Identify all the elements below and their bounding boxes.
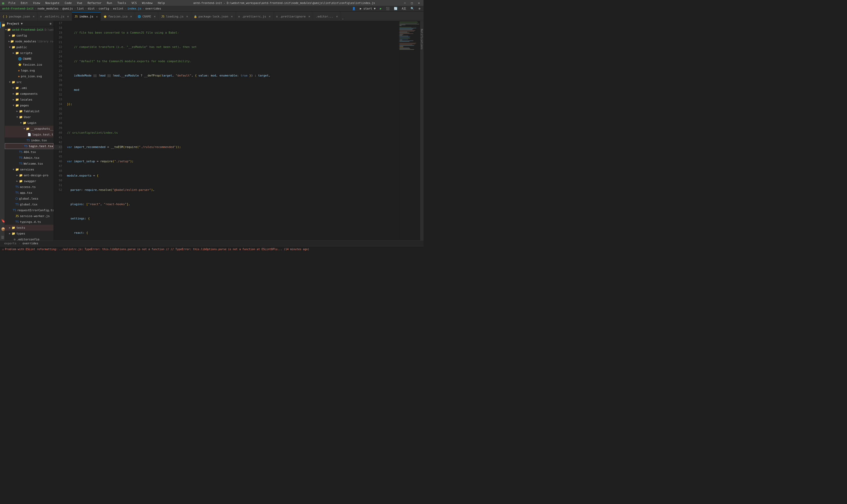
tree-login-test-tsx[interactable]: TS login.test.tsx [5, 143, 53, 149]
breadcrumb-dist[interactable]: dist [88, 7, 95, 10]
tree-editorconfig[interactable]: ⚙ .editorconfig [5, 236, 53, 240]
menu-run[interactable]: Run [106, 1, 113, 5]
breadcrumb-umijs[interactable]: @umijs [62, 7, 73, 10]
tree-cname[interactable]: 🌐 CNAME [5, 56, 53, 62]
tab-eslintrc-js[interactable]: ⚙ .eslintrc.js ✕ [38, 12, 72, 21]
tree-src[interactable]: ▼ 📁 src [5, 79, 53, 85]
menu-view[interactable]: View [32, 1, 41, 5]
menu-refactor[interactable]: Refactor [87, 1, 103, 5]
tree-ant-design-pro[interactable]: ▶ 📁 ant-design-pro [5, 172, 53, 178]
tab-close-cname[interactable]: ✕ [154, 15, 156, 18]
tab-scroll-right[interactable]: › [341, 17, 345, 21]
menu-vue[interactable]: Vue [76, 1, 84, 5]
menu-tools[interactable]: Tools [116, 1, 127, 5]
tree-options-icon[interactable]: ⚙ [50, 22, 51, 25]
tree-admin[interactable]: TS Admin.tsx [5, 155, 53, 161]
menu-code[interactable]: Code [64, 1, 73, 5]
settings-icon[interactable]: ⚙ [417, 6, 421, 11]
tab-loading-js[interactable]: JS loading.js ✕ [159, 12, 191, 21]
breadcrumb-root[interactable]: antd-frontend-init [2, 7, 34, 10]
tab-close-editor[interactable]: ✕ [336, 15, 338, 18]
tree-tests[interactable]: ▶ 📁 tests [5, 225, 53, 231]
tree-service-worker[interactable]: JS service-worker.js [5, 213, 53, 219]
tab-index-js[interactable]: JS index.js ✕ [72, 12, 101, 21]
tab-prettierignore[interactable]: ⚙ .prettierignore ✕ [274, 12, 313, 21]
tab-close-prettierrc[interactable]: ✕ [269, 15, 271, 18]
tree-global-tsx[interactable]: TS global.tsx [5, 201, 53, 207]
code-lines[interactable]: // file has been converted to a CommonJS… [65, 21, 399, 240]
tab-favicon[interactable]: ⭐ favicon.ico ✕ [101, 12, 135, 21]
menu-help[interactable]: Help [157, 1, 166, 5]
tab-package-lock[interactable]: 🔒 package-lock.json ✕ [191, 12, 236, 21]
menu-edit[interactable]: Edit [20, 1, 29, 5]
tab-close-favicon[interactable]: ✕ [130, 15, 132, 18]
tree-node-modules[interactable]: ▶ 📁 node_modules library root [5, 38, 53, 44]
breadcrumb-lint[interactable]: lint [77, 7, 84, 10]
maximize-button[interactable]: □ [410, 1, 415, 5]
menu-window[interactable]: Window [141, 1, 154, 5]
menu-vcs[interactable]: VCS [130, 1, 138, 5]
notifications-label[interactable]: Notifications [420, 29, 423, 50]
activity-files[interactable]: 📁 [0, 22, 5, 28]
run-button[interactable]: ▶ [379, 6, 383, 11]
tab-close-prettierignore[interactable]: ✕ [308, 15, 310, 18]
tree-snapshots[interactable]: ▼ 📁 __snapshots__ [5, 126, 53, 131]
tree-favicon[interactable]: ⭐ favicon.ico [5, 62, 53, 68]
tree-pages[interactable]: ▼ 📁 pages [5, 103, 53, 108]
tab-close-eslintrc[interactable]: ✕ [67, 15, 69, 18]
tree-tablelist[interactable]: ▶ 📁 TableList [5, 108, 53, 114]
tree-access-ts[interactable]: TS access.ts [5, 184, 53, 190]
breadcrumb-overrides[interactable]: overrides [145, 7, 161, 10]
tree-global-less[interactable]: ⬡ global.less [5, 196, 53, 201]
overrides-breadcrumb[interactable]: overrides [20, 242, 40, 245]
tab-close-package-lock[interactable]: ✕ [231, 15, 233, 18]
exports-breadcrumb[interactable]: exports [2, 242, 19, 245]
tab-cname[interactable]: 🌐 CNAME ✕ [135, 12, 159, 21]
code-editor[interactable]: 17 18 19 20 21 22 23 24 25 26 27 28 29 3… [54, 21, 420, 240]
activity-npm[interactable]: 📦 [0, 226, 5, 232]
user-icon[interactable]: 👤 [351, 6, 357, 11]
tree-request-error[interactable]: TS requestErrorConfig.ts [5, 207, 53, 213]
translate-icon[interactable]: A文 [401, 6, 408, 11]
tree-login[interactable]: ▼ 📁 Login [5, 120, 53, 126]
tree-root[interactable]: ▼ 📁 antd-frontend-init D:\webstorm_works… [5, 27, 53, 33]
tab-prettierrc-js[interactable]: ⚙ .prettierrc.js ✕ [236, 12, 274, 21]
debug-button[interactable]: ⬛ [385, 6, 391, 11]
breadcrumb-index-js[interactable]: index.js [127, 7, 141, 10]
search-icon[interactable]: 🔍 [410, 6, 415, 11]
tree-scripts[interactable]: ▶ 📁 scripts [5, 50, 53, 56]
activity-bookmarks[interactable]: 🔖 [0, 218, 5, 224]
tree-umi[interactable]: ▶ 📁 .umi [5, 85, 53, 91]
tab-editor[interactable]: .editor... ✕ [313, 12, 341, 21]
menu-navigate[interactable]: Navigate [44, 1, 60, 5]
tree-app-tsx[interactable]: TS app.tsx [5, 190, 53, 196]
breadcrumb-node-modules[interactable]: node_modules [38, 7, 58, 10]
tree-pro-icon-svg[interactable]: ◈ pro_icon.svg [5, 73, 53, 79]
tree-services[interactable]: ▼ 📁 services [5, 166, 53, 172]
tree-components[interactable]: ▶ 📁 components [5, 91, 53, 96]
tree-locales[interactable]: ▶ 📁 locales [5, 96, 53, 103]
run-config[interactable]: ▶ start ▼ [359, 6, 377, 11]
tree-logo-svg[interactable]: ◈ logo.svg [5, 68, 53, 73]
tab-close-loading[interactable]: ✕ [186, 15, 188, 18]
tree-swagger[interactable]: ▶ 📁 swagger [5, 178, 53, 184]
tree-user[interactable]: ▼ 📁 User [5, 114, 53, 120]
tree-login-snap[interactable]: 📄 login.test.tsx.snap [5, 131, 53, 138]
tab-close-index-js[interactable]: ✕ [96, 15, 98, 19]
tree-index-tsx[interactable]: TS index.tsx [5, 138, 53, 143]
tree-public[interactable]: ▼ 📁 public [5, 44, 53, 50]
tree-typings[interactable]: TS typings.d.ts [5, 219, 53, 225]
tab-close-package-json[interactable]: ✕ [33, 15, 35, 18]
tree-welcome[interactable]: TS Welcome.tsx [5, 161, 53, 166]
tree-config[interactable]: ▶ 📁 config [5, 33, 53, 38]
menu-file[interactable]: File [7, 1, 17, 5]
activity-structure[interactable]: ☰ [0, 234, 5, 240]
minimize-button[interactable]: ─ [402, 1, 407, 5]
breadcrumb-config[interactable]: config [99, 7, 109, 10]
tree-types[interactable]: ▶ 📁 types [5, 231, 53, 236]
reload-button[interactable]: 🔄 [393, 6, 399, 11]
close-button[interactable]: ✕ [416, 1, 421, 5]
breadcrumb-eslint[interactable]: eslint [113, 7, 124, 10]
tab-package-json[interactable]: { } package.json ✕ [0, 12, 38, 21]
tree-404[interactable]: TS 404.tsx [5, 149, 53, 155]
